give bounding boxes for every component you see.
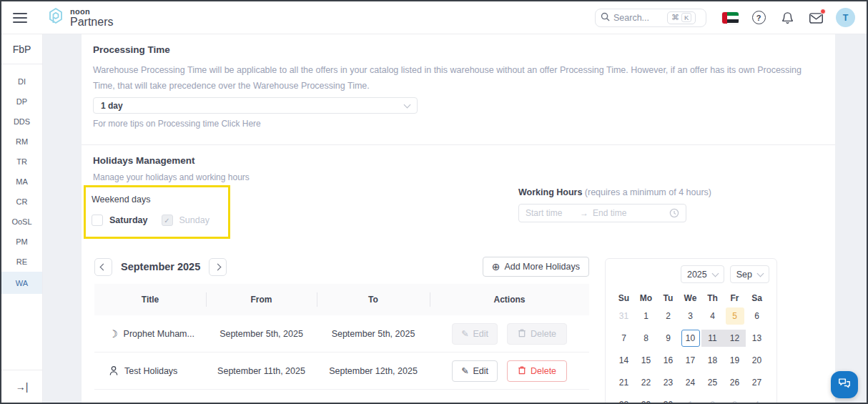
calendar-day[interactable]: 17 xyxy=(681,352,700,369)
calendar-day[interactable]: 20 xyxy=(748,352,766,369)
end-time-input[interactable] xyxy=(593,208,643,218)
calendar-day[interactable]: 2 xyxy=(659,307,678,325)
delete-button: Delete xyxy=(507,323,567,345)
hamburger-menu-icon[interactable] xyxy=(13,10,27,26)
calendar-day-outside[interactable]: 2 xyxy=(704,396,722,404)
weekday-label: Mo xyxy=(635,293,657,303)
calendar-day[interactable]: 22 xyxy=(637,374,656,391)
calendar-day-range[interactable]: 11 xyxy=(701,330,724,347)
calendar-day[interactable]: 1 xyxy=(637,307,656,325)
calendar-day[interactable]: 21 xyxy=(615,374,633,391)
calendar-day[interactable]: 7 xyxy=(615,330,633,347)
sunday-label: Sunday xyxy=(179,215,209,225)
calendar-day[interactable]: 16 xyxy=(659,352,678,369)
topbar: noon Partners ⌘K ? xyxy=(1,1,867,34)
sidebar-item-re[interactable]: RE xyxy=(1,252,42,272)
saturday-checkbox[interactable] xyxy=(92,215,103,226)
processing-time-value: 1 day xyxy=(101,101,405,111)
sunday-checkbox[interactable]: ✓ xyxy=(162,215,173,226)
logo-word-noon: noon xyxy=(70,8,113,16)
pencil-icon: ✎ xyxy=(461,328,468,339)
chat-launcher-button[interactable] xyxy=(831,371,858,398)
holiday-to-date: September 12th, 2025 xyxy=(317,366,430,376)
working-hours-range-input[interactable]: → xyxy=(518,204,686,222)
sidebar-item-dds[interactable]: DDS xyxy=(1,112,42,132)
sidebar-item-di[interactable]: DI xyxy=(1,72,42,92)
sidebar-item-oosl[interactable]: OoSL xyxy=(1,212,42,232)
sidebar-item-ma[interactable]: MA xyxy=(1,172,42,192)
calendar-day-outside[interactable]: 3 xyxy=(726,396,744,404)
user-avatar[interactable]: T xyxy=(836,8,855,27)
calendar-day-outside[interactable]: 31 xyxy=(615,307,633,325)
noon-partners-logo[interactable]: noon Partners xyxy=(47,6,113,29)
help-icon[interactable]: ? xyxy=(750,9,767,26)
click-here-link[interactable]: Click Here xyxy=(221,119,260,129)
processing-time-description: Warehouse Processing Time will be applic… xyxy=(93,62,821,94)
calendar-day[interactable]: 24 xyxy=(681,374,700,391)
calendar-day[interactable]: 8 xyxy=(637,330,656,347)
calendar-day[interactable]: 9 xyxy=(659,330,678,347)
search-box[interactable]: ⌘K xyxy=(595,9,706,27)
previous-month-button[interactable] xyxy=(94,258,112,276)
processing-time-select[interactable]: 1 day xyxy=(93,97,418,114)
calendar-day[interactable]: 3 xyxy=(681,307,700,325)
calendar-day[interactable]: 13 xyxy=(748,330,766,347)
column-header-title: Title xyxy=(94,284,206,315)
notifications-bell-icon[interactable] xyxy=(779,9,796,26)
edit-button[interactable]: ✎Edit xyxy=(452,360,498,382)
holidays-management-section: Holidays Management Manage your holidays… xyxy=(82,145,835,240)
search-input[interactable] xyxy=(613,13,664,23)
search-shortcut-badge: ⌘K xyxy=(667,11,696,24)
calendar-month-select[interactable]: Sep xyxy=(730,265,769,283)
sidebar-brand-fbp[interactable]: FbP xyxy=(1,34,42,64)
sidebar-item-dp[interactable]: DP xyxy=(1,92,42,112)
calendar-day[interactable]: 18 xyxy=(704,352,722,369)
working-hours-group: Working Hours (requires a minimum of 4 h… xyxy=(518,187,711,222)
table-row: Test HolidaysSeptember 11th, 2025Septemb… xyxy=(94,353,589,390)
chevron-down-icon xyxy=(404,101,411,108)
calendar-day[interactable]: 27 xyxy=(748,374,766,391)
calendar-day[interactable]: 15 xyxy=(637,352,656,369)
working-hours-note: (requires a minimum of 4 hours) xyxy=(585,187,711,197)
calendar-day-range[interactable]: 12 xyxy=(724,330,746,347)
delete-button[interactable]: Delete xyxy=(507,360,567,382)
mini-calendar: 2025 Sep SuMoTuWeThFrSa 3112345678910111… xyxy=(605,258,777,404)
calendar-day[interactable]: 29 xyxy=(637,396,656,404)
add-more-holidays-button[interactable]: ⊕ Add More Holidays xyxy=(483,257,589,277)
column-header-to: To xyxy=(317,284,430,315)
sidebar-item-rm[interactable]: RM xyxy=(1,132,42,152)
messages-mail-icon[interactable] xyxy=(807,9,824,26)
calendar-day[interactable]: 30 xyxy=(659,396,678,404)
chat-bubbles-icon xyxy=(837,377,852,393)
calendar-day[interactable]: 4 xyxy=(704,307,722,325)
calendar-day-outside[interactable]: 4 xyxy=(748,396,766,404)
sidebar-item-pm[interactable]: PM xyxy=(1,232,42,252)
calendar-day-today[interactable]: 10 xyxy=(681,330,700,347)
country-flag-uae[interactable] xyxy=(722,12,739,24)
working-hours-label: Working Hours xyxy=(518,187,582,197)
processing-time-tip: For more tips on Processing time Click H… xyxy=(93,119,821,129)
calendar-day[interactable]: 23 xyxy=(659,374,678,391)
start-time-input[interactable] xyxy=(526,208,576,218)
holiday-table-body: ☽Prophet Muham...September 5th, 2025Sept… xyxy=(94,315,589,390)
sidebar-item-wa[interactable]: WA xyxy=(1,272,42,294)
calendar-day[interactable]: 25 xyxy=(704,374,722,391)
calendar-day[interactable]: 28 xyxy=(615,396,633,404)
edit-button: ✎Edit xyxy=(452,323,498,345)
calendar-day[interactable]: 6 xyxy=(748,307,766,325)
sidebar-item-cr[interactable]: CR xyxy=(1,192,42,212)
calendar-year-select[interactable]: 2025 xyxy=(681,265,724,283)
calendar-day-holiday[interactable]: 5 xyxy=(726,307,744,325)
calendar-day[interactable]: 26 xyxy=(726,374,744,391)
weekday-label: Sa xyxy=(746,293,768,303)
settings-card: Processing Time Warehouse Processing Tim… xyxy=(82,34,835,403)
sidebar-collapse-toggle[interactable]: →| xyxy=(1,370,42,403)
calendar-day[interactable]: 14 xyxy=(615,352,633,369)
weekday-label: Su xyxy=(613,293,635,303)
next-month-button[interactable] xyxy=(209,258,227,276)
sidebar-item-tr[interactable]: TR xyxy=(1,152,42,172)
calendar-day[interactable]: 19 xyxy=(726,352,744,369)
calendar-day-outside[interactable]: 1 xyxy=(681,396,700,404)
saturday-label: Saturday xyxy=(109,215,148,225)
person-icon xyxy=(109,365,119,376)
